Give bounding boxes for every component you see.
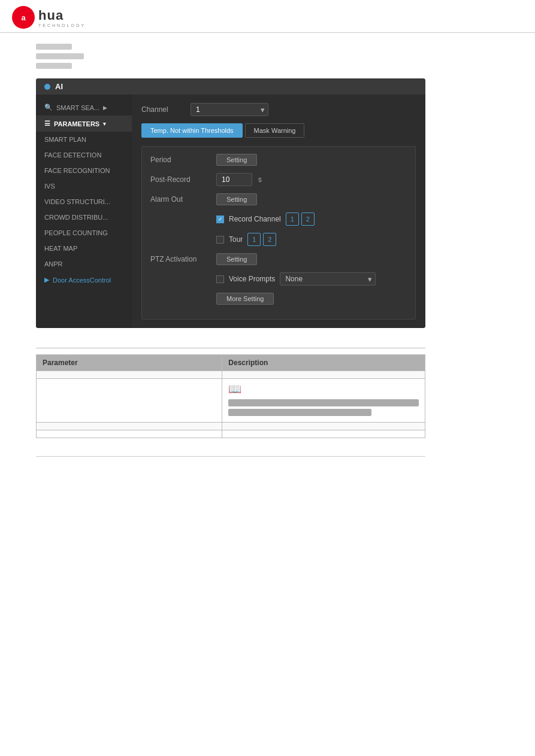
channel-row: Channel 1 2 3 4 [141,103,416,116]
sidebar-item-face-recognition[interactable]: FACE RECOGNITION [36,163,132,178]
table-header-param: Parameter [37,355,222,371]
sidebar-item-face-detection[interactable]: FACE DETECTION [36,147,132,163]
voice-prompts-row: Voice Prompts None Option1 Option2 [150,272,407,286]
search-icon: 🔍 [44,104,53,111]
alarm-out-row: Alarm Out Setting [150,193,407,205]
post-record-label: Post-Record [150,175,210,184]
record-channel-btn-2[interactable]: 2 [301,212,315,226]
period-row: Period Setting [150,154,407,166]
tab-mask-warning[interactable]: Mask Warning [245,123,305,138]
panel-body: 🔍 SMART SEA... ▶ ☰ PARAMETERS ▾ SMART PL… [36,95,425,328]
sidebar-ivs-label: IVS [44,183,55,190]
tab-temp-not-within-thresholds[interactable]: Temp. Not within Thresholds [141,123,243,138]
alarm-out-setting-button[interactable]: Setting [216,193,257,205]
tour-label: Tour [229,235,243,244]
sidebar-item-smart-search[interactable]: 🔍 SMART SEA... ▶ [36,99,132,116]
table-cell-desc [222,371,425,379]
tour-btn-1[interactable]: 1 [247,233,261,246]
record-channel-btn-1[interactable]: 1 [286,212,299,226]
more-setting-row: More Setting [150,293,407,305]
tour-check-row: Tour 1 2 [216,233,276,246]
record-channel-label: Record Channel [229,215,281,223]
smart-search-arrow-icon: ▶ [103,105,107,111]
sidebar-crowd-distribution-label: CROWD DISTRIBU... [44,214,108,221]
table-cell-desc: 📖 [222,379,425,423]
tour-checkbox[interactable] [216,236,224,244]
content-line-full [228,399,419,406]
doc-line-2 [36,53,84,59]
sidebar-door-access-label: Door AccessControl [53,277,111,284]
record-channel-check-row: Record Channel 1 2 [216,212,315,226]
table-row: 📖 [37,379,425,423]
post-record-input[interactable] [216,173,252,186]
table-cell-desc [222,423,425,430]
sidebar-heat-map-label: HEAT MAP [44,245,77,252]
table-cell-desc [222,430,425,438]
logo: a hua TECHNOLOGY [12,6,86,29]
table-header-desc: Description [222,355,425,371]
table-row [37,430,425,438]
table-row [37,423,425,430]
channel-label: Channel [141,105,183,114]
sidebar-item-crowd-distribution[interactable]: CROWD DISTRIBU... [36,210,132,225]
period-setting-button[interactable]: Setting [216,154,257,166]
voice-prompts-select-wrapper[interactable]: None Option1 Option2 [280,272,376,286]
page-header: a hua TECHNOLOGY [0,0,535,33]
sidebar-item-smart-plan[interactable]: SMART PLAN [36,132,132,147]
settings-area: Period Setting Post-Record s Alarm Out [141,146,416,320]
list-icon: ☰ [44,120,50,127]
voice-prompts-select[interactable]: None Option1 Option2 [280,272,376,286]
ptz-activation-label: PTZ Activation [150,255,210,263]
sidebar-smart-plan-label: SMART PLAN [44,136,86,143]
panel-main: Channel 1 2 3 4 Temp. Not within T [132,95,425,328]
logo-sub-text: TECHNOLOGY [38,23,86,28]
sidebar: 🔍 SMART SEA... ▶ ☰ PARAMETERS ▾ SMART PL… [36,95,132,328]
sidebar-face-detection-label: FACE DETECTION [44,151,101,159]
main-content: AI 🔍 SMART SEA... ▶ ☰ PARAMETERS ▾ [0,72,535,466]
tour-row: Tour 1 2 [150,233,407,246]
more-setting-button[interactable]: More Setting [216,293,274,305]
sidebar-face-recognition-label: FACE RECOGNITION [44,167,110,174]
voice-prompts-label: Voice Prompts [229,275,275,283]
ai-dot-icon [44,84,50,90]
sidebar-parameters-label: PARAMETERS [54,120,99,127]
doc-line-3 [36,63,72,69]
record-channel-buttons: 1 2 [286,212,315,226]
post-record-row: Post-Record s [150,173,407,186]
post-record-unit: s [258,175,262,184]
sidebar-people-counting-label: PEOPLE COUNTING [44,229,108,236]
sidebar-item-anpr[interactable]: ANPR [36,256,132,272]
table-cell-param [37,379,222,423]
tour-btn-2[interactable]: 2 [263,233,276,246]
sidebar-item-heat-map[interactable]: HEAT MAP [36,241,132,256]
record-channel-row: Record Channel 1 2 [150,212,407,226]
sidebar-item-ivs[interactable]: IVS [36,178,132,194]
record-channel-checkbox[interactable] [216,215,224,223]
sidebar-item-door-access-control[interactable]: ▶ Door AccessControl [36,272,132,288]
doc-lines-area [0,33,535,69]
sidebar-smart-search-label: SMART SEA... [56,104,99,111]
period-label: Period [150,156,210,164]
tour-buttons: 1 2 [247,233,276,246]
sidebar-parameters-header[interactable]: ☰ PARAMETERS ▾ [36,116,132,132]
ui-panel: AI 🔍 SMART SEA... ▶ ☰ PARAMETERS ▾ [36,78,425,328]
ptz-activation-row: PTZ Activation Setting [150,253,407,265]
ai-titlebar: AI [36,78,425,95]
alarm-out-label: Alarm Out [150,195,210,204]
doc-line-1 [36,44,72,50]
sidebar-item-people-counting[interactable]: PEOPLE COUNTING [36,225,132,241]
channel-select-wrapper[interactable]: 1 2 3 4 [191,103,268,116]
voice-prompts-check-row: Voice Prompts None Option1 Option2 [216,272,376,286]
parameters-arrow-icon: ▾ [103,121,106,127]
table-cell-param [37,430,222,438]
tab-row: Temp. Not within Thresholds Mask Warning [141,123,416,138]
svg-text:a: a [21,13,26,22]
sidebar-item-video-structuring[interactable]: VIDEO STRUCTURI... [36,194,132,210]
ui-panel-wrapper: AI 🔍 SMART SEA... ▶ ☰ PARAMETERS ▾ [36,78,425,339]
channel-select[interactable]: 1 2 3 4 [191,103,268,116]
doc-table: Parameter Description 📖 [36,354,425,438]
table-cell-param [37,423,222,430]
content-line-partial [228,409,371,416]
voice-prompts-checkbox[interactable] [216,275,224,283]
ptz-activation-setting-button[interactable]: Setting [216,253,257,265]
